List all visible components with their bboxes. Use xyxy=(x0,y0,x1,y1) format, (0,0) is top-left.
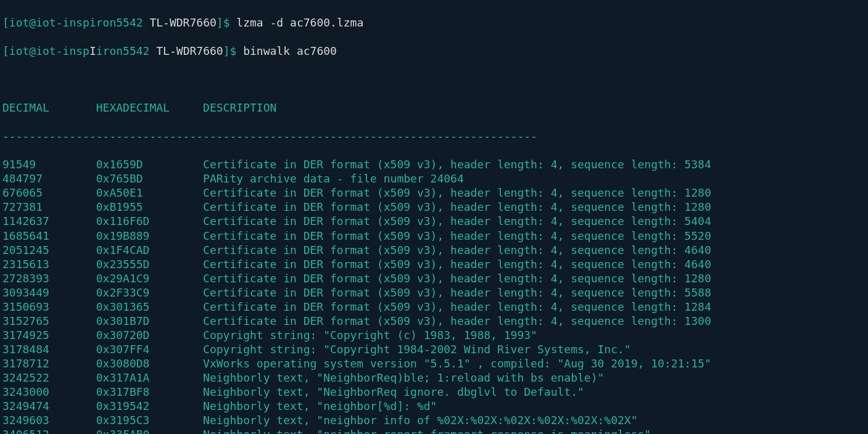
prompt-host: TL-WDR7660 xyxy=(156,44,223,57)
table-headers: DECIMAL HEXADECIMAL DESCRIPTION xyxy=(2,100,866,115)
terminal[interactable]: [iot@iot-inspiron5542 TL-WDR7660]$ lzma … xyxy=(0,0,868,434)
table-row: 1685641 0x19B889 Certificate in DER form… xyxy=(2,229,866,243)
prompt-dollar: $ xyxy=(230,44,237,57)
prompt-user: iot@iot-inspiron5542 xyxy=(9,16,143,29)
bracket-close: ] xyxy=(223,44,230,57)
table-row: 3174925 0x30720D Copyright string: "Copy… xyxy=(2,328,866,342)
col-decimal: DECIMAL HEXADECIMAL DESCRIPTION xyxy=(2,101,276,114)
prompt-user: iot@iot-inspIiron5542 xyxy=(9,44,150,57)
table-row: 91549 0x1659D Certificate in DER format … xyxy=(2,157,866,171)
prompt-host: TL-WDR7660 xyxy=(149,16,216,29)
table-row: 3243000 0x317BF8 Neighborly text, "Neigh… xyxy=(2,385,866,399)
command-0: lzma -d ac7600.lzma xyxy=(236,16,363,29)
table-row: 2728393 0x29A1C9 Certificate in DER form… xyxy=(2,271,866,285)
table-row: 3152765 0x301B7D Certificate in DER form… xyxy=(2,314,866,328)
table-row: 2315613 0x23555D Certificate in DER form… xyxy=(2,257,866,271)
bracket-open: [ xyxy=(2,16,9,29)
text-cursor-icon: I xyxy=(89,44,96,57)
table-row: 3406512 0x33FAB0 Neighborly text, "neigh… xyxy=(2,427,866,434)
table-row: 2051245 0x1F4CAD Certificate in DER form… xyxy=(2,243,866,257)
table-row: 676065 0xA50E1 Certificate in DER format… xyxy=(2,186,866,200)
bracket-open: [ xyxy=(2,44,9,57)
rule-line: ----------------------------------------… xyxy=(2,129,866,143)
table-row: 3093449 0x2F33C9 Certificate in DER form… xyxy=(2,285,866,300)
table-row: 3150693 0x301365 Certificate in DER form… xyxy=(2,300,866,314)
table-row: 3242522 0x317A1A Neighborly text, "Neigh… xyxy=(2,371,866,385)
blank-line xyxy=(2,72,866,86)
table-row: 3249474 0x319542 Neighborly text, "neigh… xyxy=(2,399,866,413)
table-row: 3249603 0x3195C3 Neighborly text, "neigh… xyxy=(2,413,866,427)
bracket-close: ] xyxy=(217,16,223,29)
table-row: 484797 0x765BD PARity archive data - fil… xyxy=(2,171,866,186)
table-row: 3178712 0x3080D8 VxWorks operating syste… xyxy=(2,356,866,371)
table-row: 3178484 0x307FF4 Copyright string: "Copy… xyxy=(2,342,866,356)
table-row: 1142637 0x116F6D Certificate in DER form… xyxy=(2,214,866,228)
command-1: binwalk ac7600 xyxy=(243,44,337,57)
output-rows: 91549 0x1659D Certificate in DER format … xyxy=(2,157,866,434)
prompt-line-0: [iot@iot-inspiron5542 TL-WDR7660]$ lzma … xyxy=(2,15,866,30)
prompt-dollar: $ xyxy=(223,16,230,29)
table-row: 727381 0xB1955 Certificate in DER format… xyxy=(2,200,866,214)
prompt-line-1: [iot@iot-inspIiron5542 TL-WDR7660]$ binw… xyxy=(2,44,866,58)
